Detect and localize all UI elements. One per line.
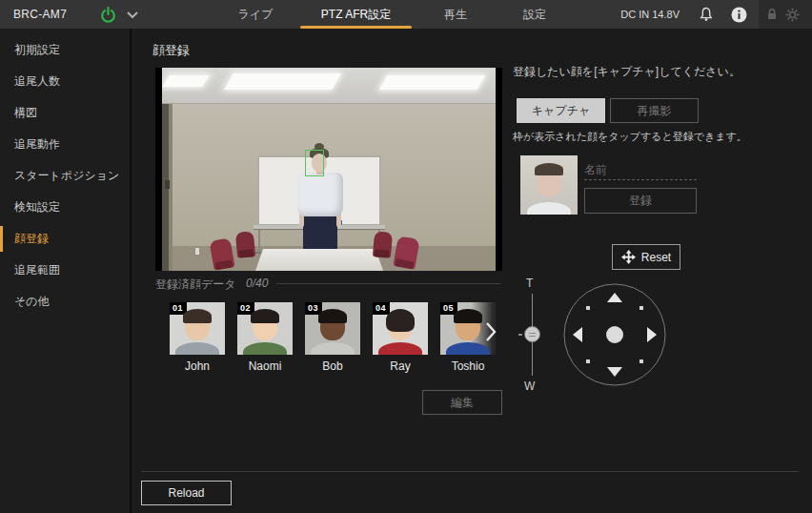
reset-label: Reset	[641, 251, 671, 264]
camera-frame	[162, 68, 496, 271]
retake-button[interactable]: 再撮影	[610, 98, 699, 123]
app-window: BRC-AM7 ライブ PTZ AFR設定 再生 設定 DC IN 14.8V	[0, 0, 812, 513]
sidebar: 初期設定 追尾人数 構図 追尾動作 スタートポジション 検知設定 顔登録 追尾範…	[0, 29, 132, 513]
registered-face-card[interactable]: 04 Ray	[373, 302, 428, 373]
ceiling-light	[162, 75, 209, 87]
face-thumbnail: 01	[170, 302, 225, 355]
sidebar-item-label: 構図	[14, 105, 37, 121]
bell-icon	[699, 7, 714, 22]
chair	[373, 231, 393, 258]
registered-faces-count: 0/40	[246, 277, 268, 290]
sidebar-item-label: 追尾動作	[14, 136, 60, 153]
capture-button[interactable]: キャプチャ	[517, 98, 605, 123]
reload-button[interactable]: Reload	[141, 481, 232, 505]
tab-label: PTZ AFR設定	[321, 7, 391, 23]
face-name: Naomi	[237, 359, 293, 373]
sidebar-item-label: その他	[14, 294, 50, 310]
sidebar-item-initial-settings[interactable]: 初期設定	[0, 34, 130, 66]
name-input[interactable]	[584, 159, 697, 180]
face-detection-box[interactable]	[305, 150, 324, 176]
tab-playback[interactable]: 再生	[412, 0, 499, 29]
face-name: John	[170, 359, 225, 373]
sidebar-item-tracking-operation[interactable]: 追尾動作	[0, 129, 130, 160]
notifications-button[interactable]	[694, 0, 719, 29]
pan-center-icon[interactable]	[606, 326, 623, 343]
tap-instruction: 枠が表示された顔をタップすると登録できます。	[513, 130, 804, 144]
sidebar-item-detection-settings[interactable]: 検知設定	[0, 192, 130, 223]
meeting-table	[255, 249, 383, 271]
registered-face-card[interactable]: 02 Naomi	[237, 302, 293, 373]
scroll-right-button[interactable]	[480, 318, 501, 345]
tab-label: 再生	[444, 7, 467, 23]
face-thumbnail: 02	[237, 302, 293, 355]
registered-face-card[interactable]: 03 Bob	[305, 302, 360, 373]
sidebar-item-others[interactable]: その他	[0, 286, 130, 318]
face-name: Ray	[373, 359, 428, 373]
tab-settings[interactable]: 設定	[491, 0, 579, 29]
settings-gear-button[interactable]	[781, 0, 803, 29]
pan-tilt-pad[interactable]	[562, 282, 667, 387]
pan-up-icon[interactable]	[607, 293, 622, 302]
register-button[interactable]: 登録	[584, 188, 697, 214]
divider	[141, 471, 799, 472]
power-icon	[100, 7, 116, 23]
sidebar-item-tracking-range[interactable]: 追尾範囲	[0, 255, 130, 286]
divider	[276, 283, 500, 284]
person	[303, 215, 337, 252]
face-name: Bob	[305, 359, 360, 373]
info-icon	[731, 7, 747, 23]
sidebar-item-label: 検知設定	[14, 199, 60, 215]
lock-button[interactable]	[761, 0, 782, 29]
captured-face-thumbnail	[520, 155, 578, 215]
zoom-tele-label: T	[526, 277, 533, 290]
gear-icon	[785, 8, 800, 22]
tab-label: 設定	[523, 7, 546, 23]
sidebar-item-label: スタートポジション	[14, 168, 119, 184]
face-name: Toshio	[440, 359, 496, 373]
topbar: BRC-AM7 ライブ PTZ AFR設定 再生 設定 DC IN 14.8V	[0, 0, 812, 29]
reset-button[interactable]: Reset	[612, 244, 680, 270]
ceiling-light	[379, 75, 486, 90]
zoom-wide-label: W	[524, 380, 535, 393]
chevron-down-icon	[126, 10, 139, 19]
pan-right-icon[interactable]	[647, 327, 657, 342]
info-button[interactable]	[726, 0, 751, 29]
reset-move-icon	[621, 250, 636, 264]
face-thumbnail: 04	[373, 302, 428, 355]
power-menu-button[interactable]	[122, 0, 143, 29]
sidebar-item-label: 追尾範囲	[14, 262, 60, 278]
scroll-right-icon	[485, 321, 497, 342]
sidebar-item-start-position[interactable]: スタートポジション	[0, 160, 130, 192]
chair	[235, 231, 255, 258]
page-title: 顔登録	[152, 42, 190, 59]
sidebar-item-face-registration[interactable]: 顔登録	[0, 223, 130, 255]
pan-down-icon[interactable]	[607, 367, 622, 377]
registered-faces-label: 登録済顔データ	[155, 277, 236, 293]
edit-button[interactable]: 編集	[422, 390, 502, 415]
sidebar-item-label: 初期設定	[14, 42, 60, 58]
pan-left-icon[interactable]	[573, 327, 582, 342]
zoom-slider-knob[interactable]	[524, 326, 540, 342]
sidebar-item-label: 顔登録	[14, 231, 49, 247]
lock-icon	[765, 8, 779, 21]
registered-face-card[interactable]: 01 John	[170, 302, 225, 373]
sidebar-item-label: 追尾人数	[14, 73, 60, 90]
sidebar-item-composition[interactable]: 構図	[0, 97, 130, 129]
camera-view[interactable]	[155, 68, 502, 271]
capture-instruction: 登録したい顔を[キャプチャ]してください。	[513, 64, 804, 80]
zoom-slider-tick	[518, 334, 522, 336]
device-name: BRC-AM7	[13, 0, 67, 29]
tab-label: ライブ	[238, 7, 274, 23]
tab-live[interactable]: ライブ	[212, 0, 299, 29]
face-thumbnail: 03	[305, 302, 360, 355]
ceiling-light	[224, 73, 341, 90]
power-button[interactable]	[95, 0, 120, 29]
sidebar-item-tracking-people[interactable]: 追尾人数	[0, 66, 130, 97]
power-status: DC IN 14.8V	[620, 0, 680, 29]
face-number-badge: 04	[373, 302, 390, 315]
tab-ptz-afr-settings[interactable]: PTZ AFR設定	[295, 0, 416, 29]
